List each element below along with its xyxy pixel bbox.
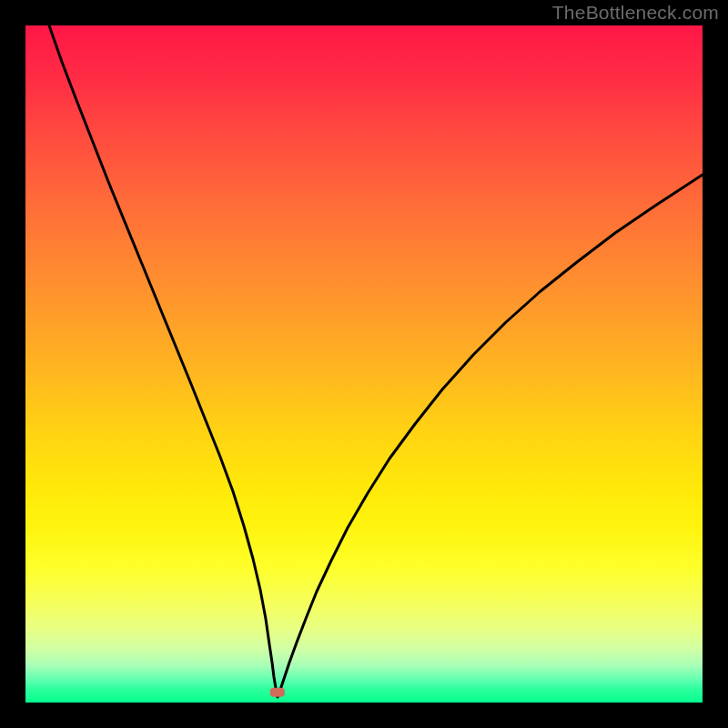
minimum-marker [270, 688, 285, 697]
watermark-text: TheBottleneck.com [552, 2, 719, 24]
curve-svg [25, 25, 703, 703]
chart-stage: TheBottleneck.com [0, 0, 728, 728]
plot-area [25, 25, 703, 703]
bottleneck-curve [49, 25, 703, 697]
